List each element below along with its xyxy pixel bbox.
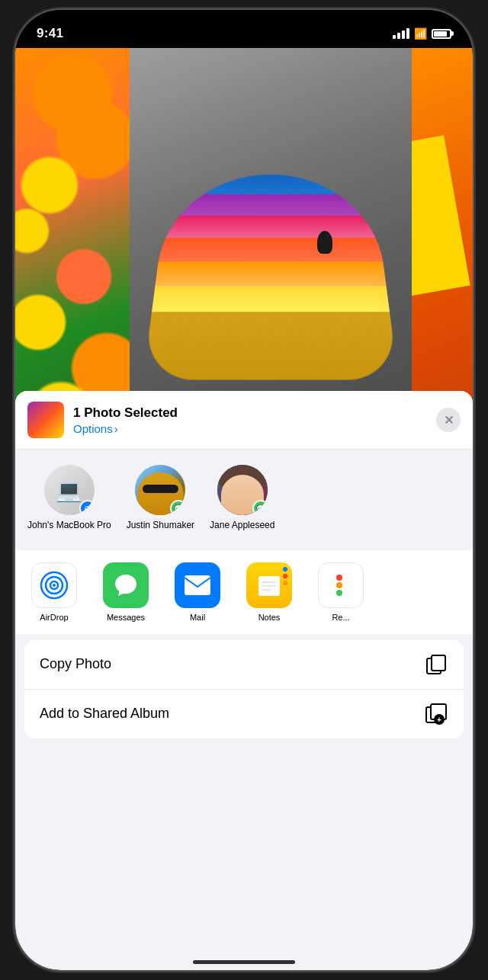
share-sheet: 1 Photo Selected Options › ✕ 💻 [15,391,473,970]
airdrop-svg [40,571,69,600]
apps-row-container: AirDrop Messages [15,550,473,634]
justin-glasses [143,485,178,493]
airdrop-badge-icon: ⊕ [84,504,91,514]
copy-icon [424,652,448,677]
copy-photo-button[interactable]: Copy Photo [24,640,464,690]
action-row: Copy Photo Add to Shared Album [24,640,464,738]
options-button[interactable]: Options › [73,422,436,435]
shared-album-svg: + [425,703,448,725]
app-messages[interactable]: Messages [99,562,152,622]
notes-app-icon [246,562,292,608]
add-shared-album-label: Add to Shared Album [40,706,169,722]
phone-frame: 9:41 📶 [15,10,473,970]
options-chevron: › [114,422,118,435]
person-avatar-justin: 💬 [135,465,185,515]
macbook-icon: 💻 [56,478,82,503]
app-notes[interactable]: Notes [242,562,296,622]
wifi-icon: 📶 [414,27,427,40]
notch [183,10,305,34]
apps-row: AirDrop Messages [27,562,461,622]
notes-svg [255,572,283,599]
add-shared-album-button[interactable]: Add to Shared Album + [24,690,464,738]
app-reminders[interactable]: Re... [314,562,368,622]
notes-dot-orange [283,581,287,585]
header-text: 1 Photo Selected Options › [73,405,436,435]
mail-app-icon [175,562,220,608]
person-name-jane: Jane Appleseed [210,520,274,532]
copy-svg [425,654,447,675]
r-dot-3 [336,590,342,596]
notes-dot-blue [283,567,287,572]
home-indicator [193,960,295,964]
reminders-app-icon [318,562,364,608]
person-macbook[interactable]: 💻 ⊕ John's MacBook Pro [27,465,111,532]
message-icon-justin: 💬 [174,504,183,513]
options-label: Options [73,422,113,435]
app-airdrop[interactable]: AirDrop [27,562,81,622]
person-justin[interactable]: 💬 Justin Shumaker [127,465,194,532]
shared-album-icon: + [424,702,448,726]
notes-dots [283,567,287,585]
person-name-macbook: John's MacBook Pro [27,520,111,532]
message-badge-justin: 💬 [170,500,185,515]
share-header: 1 Photo Selected Options › ✕ [15,391,473,450]
signal-icon [393,28,409,39]
svg-text:+: + [437,716,441,724]
r-dot-1 [336,575,342,581]
messages-app-icon [103,562,149,608]
notes-app-label: Notes [258,613,281,622]
person-name-justin: Justin Shumaker [127,520,194,532]
airdrop-app-icon [31,562,77,608]
copy-photo-label: Copy Photo [40,656,111,672]
svg-point-3 [53,584,56,587]
thumbnail-inner [27,402,64,438]
mail-svg [184,575,211,596]
mail-app-label: Mail [190,613,205,622]
message-badge-jane: 💬 [252,500,268,515]
reminder-row-3 [336,590,345,596]
notes-dot-red [283,574,287,578]
people-row: 💻 ⊕ John's MacBook Pro [15,450,473,544]
person-jane[interactable]: 💬 Jane Appleseed [210,465,274,532]
svg-rect-4 [185,575,210,595]
reminders-dots [330,568,352,602]
messages-app-label: Messages [107,613,145,622]
reminder-row-2 [336,582,345,588]
photo-thumbnail [27,402,64,438]
app-mail[interactable]: Mail [171,562,224,622]
r-dot-2 [336,582,342,588]
person-avatar-jane: 💬 [217,465,268,515]
person-avatar-macbook: 💻 ⊕ [44,465,95,515]
battery-icon [432,29,451,39]
reminder-row-1 [336,575,345,581]
close-button[interactable]: ✕ [436,408,461,432]
chalk-figure [317,231,332,254]
svg-rect-10 [432,655,445,671]
share-title: 1 Photo Selected [73,405,436,421]
messages-svg [113,572,139,598]
reminders-app-label: Re... [332,613,349,622]
airdrop-app-label: AirDrop [40,613,68,622]
message-icon-jane: 💬 [256,504,265,513]
close-icon: ✕ [444,413,454,428]
screen-content: 9:41 📶 [15,10,473,970]
airdrop-badge: ⊕ [79,500,95,515]
status-time: 9:41 [37,26,63,41]
status-icons: 📶 [393,27,451,40]
